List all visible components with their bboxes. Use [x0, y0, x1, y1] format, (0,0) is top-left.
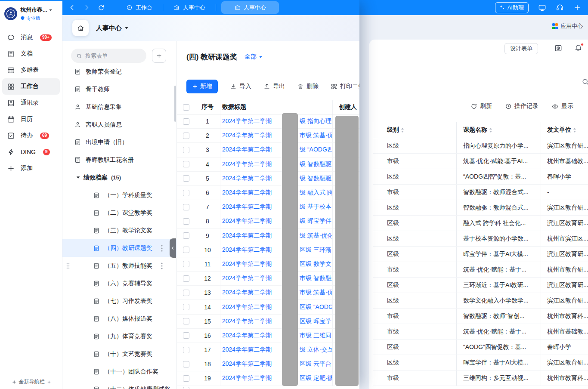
table-row[interactable]: 市级 三维同构：多元互动视... 杭州市教育科...	[373, 370, 588, 386]
home-button[interactable]	[72, 20, 89, 36]
row-title-link[interactable]: 2024学年第二学期	[222, 275, 272, 282]
history-action[interactable]: 操作记录	[505, 102, 538, 110]
select-all-checkbox[interactable]	[177, 100, 195, 114]
row-title-cell[interactable]: 2024学年第二学期 级 基于校本资	[220, 200, 332, 214]
row-title-link[interactable]: 2024学年第二学期	[222, 318, 272, 325]
table-row[interactable]: 18 2024学年第二学期 区级 云平台	[177, 357, 359, 371]
row-title-link[interactable]: 2024学年第二学期	[222, 260, 272, 268]
table-row[interactable]: 区级 智数融驱：教师混合式... 滨江区教育研...	[373, 200, 588, 216]
nav-item-workbench[interactable]: 工作台	[2, 78, 60, 95]
form-child-item[interactable]: （二）课堂教学奖	[62, 204, 176, 222]
row-title-cell[interactable]: 2024学年第二学期 级 筑基·优化	[220, 229, 332, 243]
search-icon[interactable]	[581, 77, 588, 86]
delete-button[interactable]: 删除	[297, 83, 319, 90]
row-title-link[interactable]: 2024学年第二学期	[222, 117, 272, 125]
org-switcher[interactable]: 杭州市春... 专业版	[0, 1, 62, 24]
nav-item-ding[interactable]: DING 9	[2, 144, 60, 160]
row-checkbox[interactable]	[177, 371, 195, 385]
nav-item-multitable[interactable]: 多维表	[2, 62, 60, 78]
row-checkbox[interactable]	[177, 286, 195, 299]
table-row[interactable]: 15 2024学年第二学期 区级 晖宝学	[177, 315, 359, 329]
sidebar-scrollbar[interactable]	[174, 86, 176, 122]
row-checkbox[interactable]	[177, 243, 195, 257]
row-title-cell[interactable]: 2024学年第二学期 市级 智数融	[220, 272, 332, 285]
table-row[interactable]: 区级 数学文化融入小学数学... 滨江区教育研...	[373, 293, 588, 309]
header-topic[interactable]: 课题名称	[456, 122, 541, 138]
nav-item-messages[interactable]: 消息 99+	[2, 29, 60, 46]
table-row[interactable]: 4 2024学年第二学期 级 智数融驱:	[177, 157, 359, 172]
row-title-link[interactable]: 2024学年第二学期	[222, 346, 272, 354]
row-checkbox[interactable]	[177, 157, 195, 171]
sort-icon[interactable]	[489, 127, 492, 133]
form-item-basic-info[interactable]: 基础信息采集	[62, 98, 176, 116]
tab-hr-center-2[interactable]: 人事中心	[221, 1, 279, 14]
print-qrcode-button[interactable]: 打印二维码	[331, 83, 359, 90]
form-child-item[interactable]: （八）媒体报道奖	[62, 310, 176, 327]
row-checkbox[interactable]	[177, 129, 195, 142]
table-row[interactable]: 市级 智数融驱：教师“智创... 杭州市教育科...	[373, 309, 588, 324]
row-title-cell[interactable]: 2024学年第二学期 级 智数融驱:	[220, 157, 332, 171]
table-row[interactable]: 6 2024学年第二学期 级 融入式 跨	[177, 186, 359, 200]
table-row[interactable]: 17 2024学年第二学期 级 立体·交互	[177, 343, 359, 357]
table-row[interactable]: 区级 基于校本资源的小学数... 杭州市滨江区...	[373, 231, 588, 247]
row-checkbox[interactable]	[177, 315, 195, 328]
table-row[interactable]: 市级 筑基·优化·赋能：基于... 杭州市基础教...	[373, 324, 588, 340]
table-row[interactable]: 市级 智数融驱：教师混合式... -	[373, 185, 588, 200]
row-checkbox[interactable]	[177, 300, 195, 314]
row-checkbox[interactable]	[177, 343, 195, 357]
sort-icon[interactable]	[573, 127, 576, 133]
form-item-honor[interactable]: 教师荣誉登记	[62, 63, 176, 80]
row-checkbox[interactable]	[177, 272, 195, 285]
row-title-cell[interactable]: 2024学年第二学期 级 融入式 跨	[220, 186, 332, 200]
table-row[interactable]: 区级 融入式 跨学科 社会化... 滨江区教育研...	[373, 216, 588, 231]
refresh-icon[interactable]	[98, 4, 105, 11]
row-checkbox[interactable]	[177, 172, 195, 185]
row-checkbox[interactable]	[177, 143, 195, 157]
table-row[interactable]: 10 2024学年第二学期 区级 三环渐	[177, 243, 359, 257]
new-navbar-toggle[interactable]: 全新导航栏	[0, 378, 62, 386]
row-title-link[interactable]: 2024学年第二学期	[222, 161, 272, 168]
add-button[interactable]: 新增	[186, 80, 218, 93]
table-row[interactable]: 区级 晖宝学伴：基于AI大模... 滨江区教育研...	[373, 355, 588, 370]
row-title-cell[interactable]: 2024学年第二学期 级 立体·交互	[220, 343, 332, 357]
row-checkbox[interactable]	[177, 114, 195, 128]
form-item-exit-application[interactable]: 出境申请（旧）	[62, 133, 176, 151]
row-title-cell[interactable]: 2024学年第二学期 区级 定靶·循	[220, 371, 332, 385]
row-checkbox[interactable]	[177, 329, 195, 343]
row-title-link[interactable]: 2024学年第二学期	[222, 146, 272, 154]
form-child-item[interactable]: （一）学科质量奖	[62, 186, 176, 204]
more-menu-icon[interactable]	[161, 245, 163, 252]
plus-icon[interactable]	[573, 4, 581, 12]
row-title-cell[interactable]: 2024学年第二学期 级 “AODG四	[220, 143, 332, 157]
table-row[interactable]: 14 2024学年第二学期 区级 “AODG	[177, 300, 359, 314]
form-child-item[interactable]: （九）体育竞赛奖	[62, 327, 176, 345]
table-row[interactable]: 1 2024学年第二学期 级 指向心理复	[177, 114, 359, 129]
form-child-item[interactable]: （六）竞赛辅导奖	[62, 275, 176, 292]
table-row[interactable]: 3 2024学年第二学期 级 “AODG四	[177, 143, 359, 157]
table-row[interactable]: 区级 “AODG”四智促教：基... 春晖小学	[373, 340, 588, 355]
form-history-icon[interactable]	[554, 44, 563, 52]
row-title-link[interactable]: 2024学年第二学期	[222, 189, 272, 197]
row-title-link[interactable]: 2024学年第二学期	[222, 374, 272, 382]
row-title-cell[interactable]: 2024学年第二学期 市级 三维同	[220, 329, 332, 343]
row-checkbox[interactable]	[177, 214, 195, 228]
sidebar-collapse-handle[interactable]	[170, 238, 176, 258]
table-row[interactable]: 市级 筑基·优化·赋能：基于... 杭州市教育研...	[373, 262, 588, 278]
table-row[interactable]: 2 2024学年第二学期 市级 筑基·优	[177, 129, 359, 143]
row-checkbox[interactable]	[177, 200, 195, 214]
form-child-item[interactable]: （四）教研课题奖	[62, 239, 176, 257]
row-title-cell[interactable]: 2024学年第二学期 区级 “AODG	[220, 300, 332, 314]
form-child-item[interactable]: （十二）体质健康测试奖	[62, 380, 176, 389]
row-title-link[interactable]: 2024学年第二学期	[222, 289, 272, 296]
search-box[interactable]	[71, 49, 146, 63]
row-title-link[interactable]: 2024学年第二学期	[222, 232, 272, 240]
add-form-button[interactable]	[152, 49, 166, 63]
row-title-cell[interactable]: 2024学年第二学期 区级 晖宝学	[220, 315, 332, 328]
app-center-link[interactable]: 应用中心	[552, 22, 583, 30]
row-title-link[interactable]: 2024学年第二学期	[222, 203, 272, 211]
app-title-dropdown[interactable]: 人事中心	[96, 24, 129, 32]
ai-assistant-button[interactable]: AI助理	[495, 2, 529, 13]
row-checkbox[interactable]	[177, 257, 195, 271]
table-row[interactable]: 7 2024学年第二学期 级 基于校本资	[177, 200, 359, 214]
screen-share-icon[interactable]	[538, 3, 546, 12]
